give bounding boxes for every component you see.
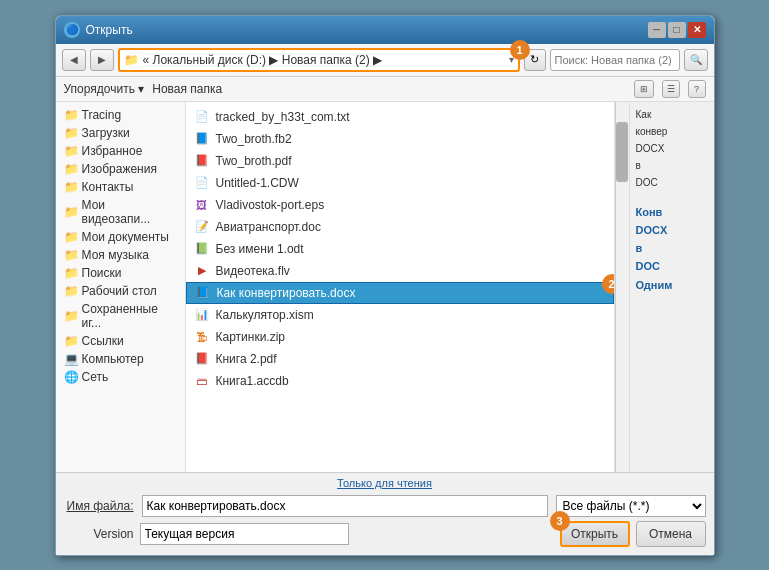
preview-text-4: в bbox=[636, 159, 708, 172]
file-txt-icon: 📄 bbox=[194, 109, 210, 125]
version-label: Version bbox=[64, 527, 134, 541]
sidebar-item-label: Компьютер bbox=[82, 352, 144, 366]
sidebar-item-tracing[interactable]: 📁 Tracing bbox=[56, 106, 185, 124]
file-item-11[interactable]: 📕 Книга 2.pdf bbox=[186, 348, 614, 370]
network-icon: 🌐 bbox=[64, 370, 78, 384]
action-bar: Упорядочить ▾ Новая папка ⊞ ☰ ? bbox=[56, 77, 714, 102]
back-button[interactable]: ◀ bbox=[62, 49, 86, 71]
folder-icon: 📁 bbox=[64, 284, 78, 298]
address-bar[interactable]: 📁 « Локальный диск (D:) ▶ Новая папка (2… bbox=[118, 48, 520, 72]
readonly-link[interactable]: Только для чтения bbox=[64, 477, 706, 489]
folder-icon: 📁 bbox=[64, 309, 78, 323]
filename-label: Имя файла: bbox=[64, 499, 134, 513]
file-cdw-icon: 📄 bbox=[194, 175, 210, 191]
sidebar-item-label: Сохраненные иг... bbox=[82, 302, 177, 330]
sidebar-item-favorites[interactable]: 📁 Избранное bbox=[56, 142, 185, 160]
sidebar-item-music[interactable]: 📁 Моя музыка bbox=[56, 246, 185, 264]
vertical-scrollbar[interactable] bbox=[615, 102, 629, 472]
file-pdf-icon: 📕 bbox=[194, 153, 210, 169]
sidebar-item-label: Контакты bbox=[82, 180, 134, 194]
file-name: Как конвертировать.docx bbox=[217, 286, 356, 300]
folder-icon: 📁 bbox=[64, 144, 78, 158]
open-button[interactable]: Открыть bbox=[560, 521, 630, 547]
sidebar-item-videos[interactable]: 📁 Мои видеозапи... bbox=[56, 196, 185, 228]
file-name: Без имени 1.odt bbox=[216, 242, 304, 256]
file-item-8[interactable]: 📘 Как конвертировать.docx bbox=[186, 282, 614, 304]
folder-icon: 📁 bbox=[64, 126, 78, 140]
minimize-button[interactable]: ─ bbox=[648, 22, 666, 38]
sidebar-item-desktop[interactable]: 📁 Рабочий стол bbox=[56, 282, 185, 300]
sidebar-item-links[interactable]: 📁 Ссылки bbox=[56, 332, 185, 350]
sidebar-item-label: Избранное bbox=[82, 144, 143, 158]
sidebar-item-saved-games[interactable]: 📁 Сохраненные иг... bbox=[56, 300, 185, 332]
filename-label-text: Имя файла: bbox=[67, 499, 134, 513]
preview-bold-2: DOCX bbox=[636, 223, 708, 237]
folder-icon: 📁 bbox=[64, 180, 78, 194]
dialog-title: Открыть bbox=[86, 23, 133, 37]
scroll-thumb[interactable] bbox=[616, 122, 628, 182]
file-pdf-icon-2: 📕 bbox=[194, 351, 210, 367]
sidebar-item-searches[interactable]: 📁 Поиски bbox=[56, 264, 185, 282]
sidebar-item-contacts[interactable]: 📁 Контакты bbox=[56, 178, 185, 196]
new-folder-button[interactable]: Новая папка bbox=[152, 82, 222, 96]
file-item-12[interactable]: 🗃 Книга1.accdb bbox=[186, 370, 614, 392]
search-input[interactable] bbox=[550, 49, 680, 71]
sidebar-item-label: Мои видеозапи... bbox=[82, 198, 177, 226]
file-item-1[interactable]: 📘 Two_broth.fb2 bbox=[186, 128, 614, 150]
file-item-7[interactable]: ▶ Видеотека.flv bbox=[186, 260, 614, 282]
sidebar-item-label: Рабочий стол bbox=[82, 284, 157, 298]
badge-1: 1 bbox=[510, 40, 530, 60]
file-item-9[interactable]: 📊 Калькулятор.xism bbox=[186, 304, 614, 326]
preview-bold-4: DOC bbox=[636, 259, 708, 273]
bottom-bar: Только для чтения Имя файла: Все файлы (… bbox=[56, 472, 714, 555]
file-item-5[interactable]: 📝 Авиатранспорт.doc bbox=[186, 216, 614, 238]
sidebar-item-label: Мои документы bbox=[82, 230, 169, 244]
file-item-10[interactable]: 🗜 Картинки.zip bbox=[186, 326, 614, 348]
forward-button[interactable]: ▶ bbox=[90, 49, 114, 71]
organize-menu[interactable]: Упорядочить ▾ bbox=[64, 82, 145, 96]
maximize-button[interactable]: □ bbox=[668, 22, 686, 38]
close-button[interactable]: ✕ bbox=[688, 22, 706, 38]
sidebar-item-computer[interactable]: 💻 Компьютер bbox=[56, 350, 185, 368]
file-name: Калькулятор.xism bbox=[216, 308, 314, 322]
folder-icon: 📁 bbox=[64, 205, 78, 219]
file-xism-icon: 📊 bbox=[194, 307, 210, 323]
sidebar-item-images[interactable]: 📁 Изображения bbox=[56, 160, 185, 178]
file-area: 📄 tracked_by_h33t_com.txt 📘 Two_broth.fb… bbox=[186, 102, 615, 472]
preview-text-3: DOCX bbox=[636, 142, 708, 155]
sidebar-item-downloads[interactable]: 📁 Загрузки bbox=[56, 124, 185, 142]
search-button[interactable]: 🔍 bbox=[684, 49, 708, 71]
sidebar-item-docs[interactable]: 📁 Мои документы bbox=[56, 228, 185, 246]
folder-icon: 📁 bbox=[64, 108, 78, 122]
file-docx-icon: 📘 bbox=[195, 285, 211, 301]
file-item-4[interactable]: 🖼 Vladivostok-port.eps bbox=[186, 194, 614, 216]
file-name: Two_broth.fb2 bbox=[216, 132, 292, 146]
file-item-0[interactable]: 📄 tracked_by_h33t_com.txt bbox=[186, 106, 614, 128]
file-item-6[interactable]: 📗 Без имени 1.odt bbox=[186, 238, 614, 260]
badge-2: 2 bbox=[602, 274, 615, 294]
folder-icon: 📁 bbox=[64, 248, 78, 262]
view-list-button[interactable]: ☰ bbox=[662, 80, 680, 98]
view-grid-button[interactable]: ⊞ bbox=[634, 80, 654, 98]
badge-3: 3 bbox=[550, 511, 570, 531]
sidebar-item-label: Моя музыка bbox=[82, 248, 149, 262]
file-zip-icon: 🗜 bbox=[194, 329, 210, 345]
sidebar-item-label: Сеть bbox=[82, 370, 109, 384]
preview-bold-5: Одним bbox=[636, 278, 708, 292]
file-list: 📄 tracked_by_h33t_com.txt 📘 Two_broth.fb… bbox=[186, 102, 614, 396]
cancel-button[interactable]: Отмена bbox=[636, 521, 706, 547]
version-input[interactable] bbox=[140, 523, 349, 545]
filename-row: Имя файла: Все файлы (*.*) bbox=[64, 495, 706, 517]
address-path: « Локальный диск (D:) ▶ Новая папка (2) … bbox=[143, 53, 509, 67]
sidebar-item-network[interactable]: 🌐 Сеть bbox=[56, 368, 185, 386]
help-button[interactable]: ? bbox=[688, 80, 706, 98]
filename-input[interactable] bbox=[142, 495, 548, 517]
file-eps-icon: 🖼 bbox=[194, 197, 210, 213]
main-area: 📁 Tracing 📁 Загрузки 📁 Избранное 📁 Изобр… bbox=[56, 102, 714, 472]
sidebar-item-label: Изображения bbox=[82, 162, 157, 176]
file-doc-icon: 📝 bbox=[194, 219, 210, 235]
file-item-2[interactable]: 📕 Two_broth.pdf bbox=[186, 150, 614, 172]
folder-icon: 📁 bbox=[64, 334, 78, 348]
filetype-select[interactable]: Все файлы (*.*) bbox=[556, 495, 706, 517]
file-item-3[interactable]: 📄 Untitled-1.CDW bbox=[186, 172, 614, 194]
